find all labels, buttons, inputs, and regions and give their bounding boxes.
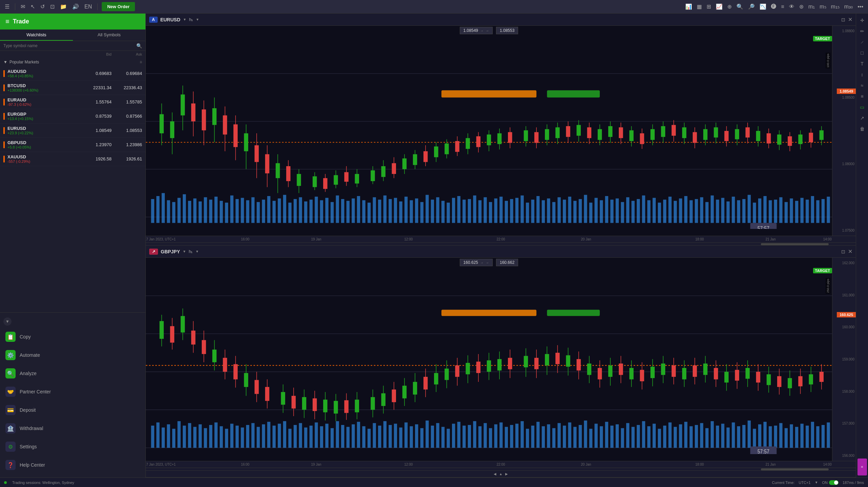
svg-rect-26 (262, 200, 265, 223)
eurusd-dropdown-icon[interactable]: ▼ (183, 18, 186, 21)
symbol-row-gbpusd[interactable]: GBPUSD +5.8 (+0.05%) 1.23970 1.23986 (0, 138, 145, 152)
arrow-tool[interactable]: ↗ (857, 113, 867, 123)
pen-tool[interactable]: ✏ (857, 26, 867, 36)
nav-item-help[interactable]: ❓ Help Center (0, 456, 145, 474)
indicator-icon[interactable]: 📉 (758, 2, 768, 11)
svg-rect-375 (716, 426, 719, 448)
nav-item-withdrawal[interactable]: 🏦 Withdrawal (0, 419, 145, 437)
zoom-icon[interactable]: 🔍 (735, 2, 745, 11)
gbpjpy-tf-dropdown[interactable]: ▼ (195, 250, 199, 253)
m1-icon[interactable]: m₁ (807, 2, 816, 11)
on-toggle[interactable]: ON (822, 480, 839, 485)
nav-left-icon[interactable]: ◀ (494, 472, 496, 476)
crosshair-icon[interactable]: ⊕ (726, 2, 733, 11)
gbpjpy-time-1600: 16:00 (241, 463, 250, 466)
bar-icon[interactable]: ▦ (695, 2, 703, 11)
svg-rect-94 (621, 202, 624, 223)
grid-icon[interactable]: ⊞ (705, 2, 712, 11)
nav-item-partner[interactable]: 🤝 Partner Center (0, 383, 145, 401)
nav-right-icon[interactable]: ▶ (505, 472, 508, 476)
eurusd-tf-dropdown[interactable]: ▼ (196, 18, 199, 21)
volume-icon[interactable]: 🔊 (71, 2, 80, 11)
chart-area-inner: A EURUSD ▼ h₁ ▼ ⊡ ✕ 1.08549 → → (146, 14, 868, 478)
symbol-row-btcusd[interactable]: BTCUSD +138300 (+6.60%) 22331.34 22336.4… (0, 81, 145, 95)
tz-dropdown-icon[interactable]: ▼ (815, 481, 818, 484)
trade-icon[interactable]: ⊛ (798, 2, 805, 11)
gbpjpy-dropdown-icon[interactable]: ▼ (183, 250, 186, 253)
symbol-bid: 1.08549 (81, 128, 112, 133)
purple-panel[interactable]: ≡ (857, 459, 867, 475)
symbol-row-eurgbp[interactable]: EURGBP +13.4 (+0.15%) 0.87539 0.87566 (0, 109, 145, 123)
nav-item-automate[interactable]: ⚙️ Automate (0, 346, 145, 364)
layers-icon[interactable]: ≡ (780, 2, 786, 11)
svg-rect-29 (278, 198, 281, 223)
lang-icon[interactable]: EN (83, 2, 93, 11)
eye-icon[interactable]: 👁 (788, 2, 796, 11)
tab-all-symbols[interactable]: All Symbols (73, 30, 146, 41)
refresh-icon[interactable]: ↺ (39, 2, 46, 11)
mail-icon[interactable]: ✉ (19, 2, 26, 11)
search2-icon[interactable]: 🔎 (747, 2, 756, 11)
nav-item-deposit[interactable]: 💳 Deposit (0, 401, 145, 419)
gbpjpy-close-button[interactable]: ✕ (848, 248, 852, 255)
m30-icon[interactable]: m₃₀ (843, 2, 854, 11)
eurusd-close-button[interactable]: ✕ (848, 16, 852, 23)
svg-rect-243 (735, 129, 739, 139)
channel-tool[interactable]: ≡ (857, 92, 867, 101)
shapes-tool[interactable]: □ (857, 48, 867, 58)
gbpjpy-scrollbar-thumb[interactable] (761, 468, 829, 470)
popular-markets-group[interactable]: ▼ Popular Markets ≡ (0, 58, 145, 66)
hamburger-icon[interactable]: ☰ (3, 2, 11, 11)
text-tool[interactable]: T (857, 59, 867, 69)
svg-rect-21 (236, 199, 239, 223)
symbol-row-eurusd[interactable]: EURUSD +23.9 (+0.22%) 1.08549 1.08553 (0, 123, 145, 138)
svg-rect-191 (455, 141, 459, 152)
eurusd-expand-button[interactable]: ⊡ (841, 17, 845, 22)
fib-tool[interactable]: ≈ (857, 81, 867, 90)
candlestick-icon[interactable]: 📈 (714, 2, 724, 11)
symbol-row-audusd[interactable]: AUDUSD +58.4 (+0.85%) 0.69683 0.69684 (0, 66, 145, 81)
symbol-row-xauusd[interactable]: XAUUSD -557 (-0.29%) 1926.58 1926.61 (0, 152, 145, 166)
svg-rect-80 (547, 198, 550, 223)
crosshair-tool[interactable]: ✛ (857, 16, 867, 25)
symbol-change: +5.8 (+0.05%) (7, 145, 81, 149)
symbol-change: +58.4 (+0.85%) (7, 74, 81, 78)
nav-item-settings[interactable]: ⚙ Settings (0, 437, 145, 456)
svg-rect-338 (520, 421, 524, 448)
new-order-button[interactable]: New Order (102, 2, 135, 11)
svg-rect-30 (283, 195, 286, 223)
fb-icon[interactable]: 🅕 (770, 2, 778, 11)
gbpjpy-expand-button[interactable]: ⊡ (841, 249, 845, 254)
folder-icon[interactable]: 📁 (59, 2, 68, 11)
nav-item-analyze[interactable]: 🔍 Analyze (0, 364, 145, 383)
svg-rect-482 (608, 366, 612, 377)
svg-rect-446 (413, 382, 417, 394)
svg-rect-13 (193, 198, 196, 223)
collapse-button[interactable]: ▼ (3, 317, 12, 326)
panel-tool[interactable]: ▭ (857, 102, 867, 112)
m15-icon[interactable]: m₁₅ (830, 2, 841, 11)
m5-icon[interactable]: m₅ (818, 2, 827, 11)
chart-icon[interactable]: 📊 (684, 2, 693, 11)
screen-icon[interactable]: ⊡ (49, 2, 56, 11)
tab-watchlists[interactable]: Watchlists (0, 30, 73, 41)
svg-rect-57 (426, 195, 429, 223)
more-icon[interactable]: ••• (856, 2, 865, 11)
nav-icon-copy: 📋 (5, 332, 16, 342)
nav-up-icon[interactable]: ▲ (499, 472, 502, 476)
eurusd-scrollbar[interactable] (146, 242, 856, 245)
search-input[interactable] (3, 43, 136, 48)
toggle-track[interactable] (829, 480, 839, 485)
nav-label-settings: Settings (20, 444, 37, 449)
group-options-icon[interactable]: ≡ (140, 60, 142, 64)
symbol-row-euraud[interactable]: EURAUD -97.3 (-0.62%) 1.55764 1.55785 (0, 95, 145, 109)
delete-tool[interactable]: 🗑 (857, 124, 867, 134)
measure-tool[interactable]: ↕ (857, 70, 867, 79)
nav-label-copy: Copy (20, 334, 31, 339)
cursor-icon[interactable]: ↖ (29, 2, 36, 11)
nav-item-copy[interactable]: 📋 Copy (0, 328, 145, 346)
svg-rect-18 (220, 201, 223, 223)
line-tool[interactable]: ⟋ (857, 37, 867, 47)
gbpjpy-scrollbar[interactable] (146, 468, 856, 470)
eurusd-scrollbar-thumb[interactable] (761, 243, 829, 245)
